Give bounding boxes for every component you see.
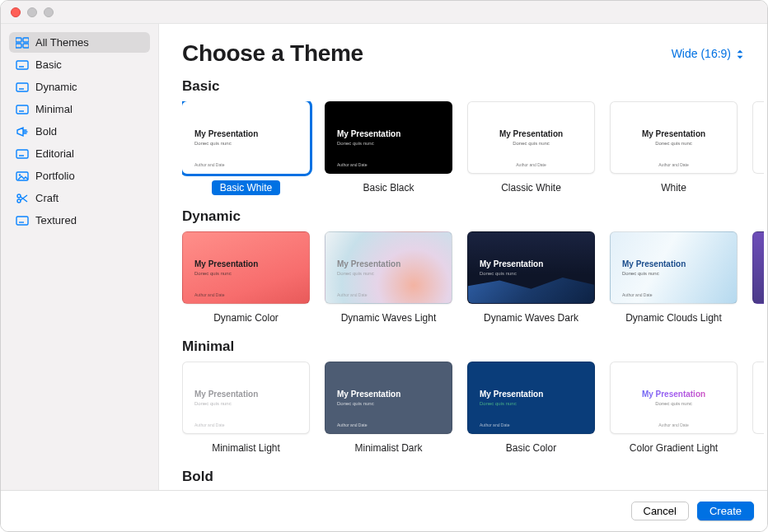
thumb-title: My Presentation (480, 129, 583, 139)
thumb-title: My Presentation (480, 259, 583, 269)
sidebar-item-editorial[interactable]: Editorial (9, 143, 150, 164)
sidebar-item-basic[interactable]: Basic (9, 54, 150, 75)
theme-card-white[interactable]: My PresentationDonec quis nuncAuthor and… (610, 101, 738, 197)
theme-card-dynamic-color[interactable]: My PresentationDonec quis nuncAuthor and… (182, 231, 310, 327)
sidebar-item-label: Bold (35, 125, 57, 138)
sidebar-item-all-themes[interactable]: All Themes (9, 32, 150, 53)
megaphone-icon (16, 126, 29, 138)
theme-section-bold: Bold (182, 469, 767, 485)
theme-card-minimalist-dark[interactable]: My PresentationDonec quis nuncAuthor and… (325, 362, 452, 457)
svg-rect-8 (16, 105, 28, 114)
theme-row: My PresentationDonec quis nuncAuthor and… (182, 231, 767, 327)
theme-thumbnail[interactable]: My PresentationDonec quis nuncAuthor and… (325, 231, 452, 304)
theme-thumbnail[interactable]: My PresentationDonec quis nuncAuthor and… (325, 362, 452, 434)
zoom-icon (44, 7, 54, 17)
theme-thumbnail[interactable]: My PresentationDonec quis nuncAuthor and… (325, 101, 452, 174)
cancel-button[interactable]: Cancel (631, 502, 689, 520)
sidebar-item-label: Basic (35, 58, 62, 71)
thumb-subtitle: Donec quis nunc (194, 271, 297, 276)
window-titlebar (1, 1, 767, 24)
thumb-author: Author and Date (611, 422, 737, 427)
theme-name-label: Classic White (501, 182, 561, 194)
svg-rect-4 (16, 61, 28, 69)
sidebar-item-label: Editorial (35, 147, 74, 160)
thumb-author: Author and Date (194, 422, 224, 427)
theme-row-overflow-hint (752, 231, 764, 304)
thumb-subtitle: Donec quis nunc (480, 401, 583, 406)
grid-icon (16, 37, 29, 49)
section-title: Dynamic (182, 208, 767, 225)
chevron-up-down-icon (736, 49, 744, 58)
create-button[interactable]: Create (697, 502, 754, 520)
theme-card-color-gradient-light[interactable]: My PresentationDonec quis nuncAuthor and… (610, 362, 738, 457)
svg-rect-3 (23, 44, 29, 48)
theme-name-label: Basic White (212, 180, 280, 195)
theme-name-label: Dynamic Color (213, 312, 279, 324)
thumb-subtitle: Donec quis nunc (337, 271, 440, 276)
theme-thumbnail[interactable]: My PresentationDonec quis nuncAuthor and… (467, 101, 595, 174)
thumb-author: Author and Date (468, 162, 594, 167)
theme-row-overflow-hint (752, 101, 764, 174)
theme-card-dynamic-clouds-light[interactable]: My PresentationDonec quis nuncAuthor and… (610, 231, 738, 327)
thumb-subtitle: Donec quis nunc (622, 401, 725, 406)
minimize-icon (27, 7, 37, 17)
theme-name-label: Color Gradient Light (630, 442, 718, 454)
aspect-ratio-picker[interactable]: Wide (16:9) (672, 47, 744, 60)
theme-card-basic-color[interactable]: My PresentationDonec quis nuncAuthor and… (467, 362, 595, 457)
thumb-author: Author and Date (194, 292, 224, 297)
sidebar-item-minimal[interactable]: Minimal (9, 99, 150, 119)
svg-point-15 (17, 199, 21, 203)
theme-card-dynamic-waves-light[interactable]: My PresentationDonec quis nuncAuthor and… (325, 231, 452, 327)
slide-icon (16, 104, 29, 115)
theme-thumbnail[interactable]: My PresentationDonec quis nuncAuthor and… (467, 362, 595, 434)
theme-name-label: Dynamic Clouds Light (625, 312, 722, 324)
theme-card-basic-black[interactable]: My PresentationDonec quis nuncAuthor and… (325, 101, 452, 197)
sidebar-item-textured[interactable]: Textured (9, 210, 150, 231)
theme-thumbnail[interactable]: My PresentationDonec quis nuncAuthor and… (610, 231, 738, 304)
sidebar-item-craft[interactable]: Craft (9, 188, 150, 208)
thumb-author: Author and Date (622, 292, 652, 297)
thumb-subtitle: Donec quis nunc (622, 141, 725, 146)
dialog-footer: Cancel Create (1, 490, 767, 531)
theme-thumbnail[interactable]: My PresentationDonec quis nuncAuthor and… (610, 101, 738, 174)
sidebar-item-bold[interactable]: Bold (9, 121, 150, 142)
theme-thumbnail[interactable]: My PresentationDonec quis nuncAuthor and… (610, 362, 738, 434)
scissors-icon (16, 193, 29, 204)
close-icon[interactable] (11, 7, 21, 17)
thumb-subtitle: Donec quis nunc (337, 141, 440, 146)
theme-section-basic: BasicMy PresentationDonec quis nuncAutho… (182, 78, 767, 197)
section-title: Minimal (182, 338, 767, 355)
theme-card-minimalist-light[interactable]: My PresentationDonec quis nuncAuthor and… (182, 362, 310, 457)
thumb-author: Author and Date (337, 422, 367, 427)
thumb-subtitle: Donec quis nunc (622, 271, 725, 276)
aspect-ratio-label: Wide (16:9) (672, 47, 731, 60)
sidebar-item-portfolio[interactable]: Portfolio (9, 166, 150, 186)
theme-row-overflow-hint (752, 362, 764, 434)
theme-thumbnail[interactable]: My PresentationDonec quis nuncAuthor and… (182, 231, 310, 304)
thumb-title: My Presentation (337, 129, 440, 139)
theme-thumbnail[interactable]: My PresentationDonec quis nuncAuthor and… (467, 231, 595, 304)
theme-grid-scroller[interactable]: BasicMy PresentationDonec quis nuncAutho… (159, 73, 767, 490)
theme-thumbnail[interactable]: My PresentationDonec quis nuncAuthor and… (182, 101, 310, 174)
sidebar-item-label: Textured (35, 214, 77, 226)
thumb-title: My Presentation (337, 390, 440, 399)
sidebar-item-label: Portfolio (35, 170, 75, 182)
theme-name-label: Basic Color (506, 442, 556, 454)
theme-card-classic-white[interactable]: My PresentationDonec quis nuncAuthor and… (467, 101, 595, 197)
theme-thumbnail[interactable]: My PresentationDonec quis nuncAuthor and… (182, 362, 310, 434)
thumb-subtitle: Donec quis nunc (480, 141, 583, 146)
thumb-title: My Presentation (622, 390, 725, 399)
svg-point-13 (19, 174, 21, 175)
theme-card-dynamic-waves-dark[interactable]: My PresentationDonec quis nuncAuthor and… (467, 231, 595, 327)
theme-name-label: White (661, 182, 686, 194)
theme-name-label: Basic Black (363, 182, 414, 194)
sidebar-item-label: Craft (35, 192, 59, 204)
section-title: Basic (182, 78, 767, 95)
svg-rect-0 (16, 38, 21, 42)
theme-row: My PresentationDonec quis nuncAuthor and… (182, 362, 767, 457)
theme-card-basic-white[interactable]: My PresentationDonec quis nuncAuthor and… (182, 101, 310, 197)
theme-name-label: Dynamic Waves Light (341, 312, 437, 324)
svg-rect-1 (23, 38, 29, 42)
thumb-title: My Presentation (622, 129, 725, 139)
sidebar-item-dynamic[interactable]: Dynamic (9, 77, 150, 97)
